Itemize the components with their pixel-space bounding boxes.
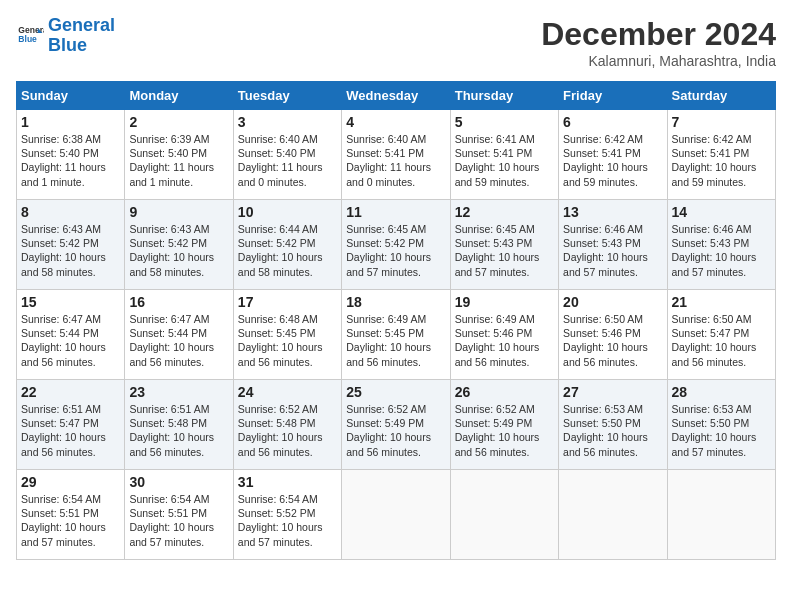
calendar-cell: 20Sunrise: 6:50 AM Sunset: 5:46 PM Dayli… — [559, 290, 667, 380]
calendar-cell — [559, 470, 667, 560]
day-number: 23 — [129, 384, 228, 400]
day-info: Sunrise: 6:45 AM Sunset: 5:42 PM Dayligh… — [346, 222, 445, 279]
calendar-cell: 6Sunrise: 6:42 AM Sunset: 5:41 PM Daylig… — [559, 110, 667, 200]
calendar-dow-sunday: Sunday — [17, 82, 125, 110]
calendar-cell: 9Sunrise: 6:43 AM Sunset: 5:42 PM Daylig… — [125, 200, 233, 290]
day-info: Sunrise: 6:52 AM Sunset: 5:49 PM Dayligh… — [455, 402, 554, 459]
title-block: December 2024 Kalamnuri, Maharashtra, In… — [541, 16, 776, 69]
day-number: 4 — [346, 114, 445, 130]
calendar-cell: 7Sunrise: 6:42 AM Sunset: 5:41 PM Daylig… — [667, 110, 775, 200]
calendar-week-row: 1Sunrise: 6:38 AM Sunset: 5:40 PM Daylig… — [17, 110, 776, 200]
day-info: Sunrise: 6:38 AM Sunset: 5:40 PM Dayligh… — [21, 132, 120, 189]
day-number: 24 — [238, 384, 337, 400]
calendar-cell — [342, 470, 450, 560]
logo-icon: General Blue — [16, 22, 44, 50]
calendar-cell: 25Sunrise: 6:52 AM Sunset: 5:49 PM Dayli… — [342, 380, 450, 470]
day-number: 22 — [21, 384, 120, 400]
calendar-cell: 24Sunrise: 6:52 AM Sunset: 5:48 PM Dayli… — [233, 380, 341, 470]
day-info: Sunrise: 6:48 AM Sunset: 5:45 PM Dayligh… — [238, 312, 337, 369]
day-number: 11 — [346, 204, 445, 220]
day-info: Sunrise: 6:49 AM Sunset: 5:45 PM Dayligh… — [346, 312, 445, 369]
day-info: Sunrise: 6:51 AM Sunset: 5:48 PM Dayligh… — [129, 402, 228, 459]
day-info: Sunrise: 6:50 AM Sunset: 5:47 PM Dayligh… — [672, 312, 771, 369]
day-number: 29 — [21, 474, 120, 490]
calendar-week-row: 29Sunrise: 6:54 AM Sunset: 5:51 PM Dayli… — [17, 470, 776, 560]
day-number: 2 — [129, 114, 228, 130]
day-info: Sunrise: 6:41 AM Sunset: 5:41 PM Dayligh… — [455, 132, 554, 189]
day-info: Sunrise: 6:39 AM Sunset: 5:40 PM Dayligh… — [129, 132, 228, 189]
day-number: 10 — [238, 204, 337, 220]
calendar-cell: 15Sunrise: 6:47 AM Sunset: 5:44 PM Dayli… — [17, 290, 125, 380]
day-number: 27 — [563, 384, 662, 400]
day-number: 9 — [129, 204, 228, 220]
calendar-cell: 4Sunrise: 6:40 AM Sunset: 5:41 PM Daylig… — [342, 110, 450, 200]
calendar-cell — [450, 470, 558, 560]
day-info: Sunrise: 6:47 AM Sunset: 5:44 PM Dayligh… — [129, 312, 228, 369]
day-info: Sunrise: 6:42 AM Sunset: 5:41 PM Dayligh… — [672, 132, 771, 189]
calendar-week-row: 8Sunrise: 6:43 AM Sunset: 5:42 PM Daylig… — [17, 200, 776, 290]
calendar-cell: 31Sunrise: 6:54 AM Sunset: 5:52 PM Dayli… — [233, 470, 341, 560]
calendar-dow-thursday: Thursday — [450, 82, 558, 110]
calendar-dow-wednesday: Wednesday — [342, 82, 450, 110]
day-info: Sunrise: 6:53 AM Sunset: 5:50 PM Dayligh… — [563, 402, 662, 459]
calendar-cell: 13Sunrise: 6:46 AM Sunset: 5:43 PM Dayli… — [559, 200, 667, 290]
day-number: 16 — [129, 294, 228, 310]
day-info: Sunrise: 6:52 AM Sunset: 5:48 PM Dayligh… — [238, 402, 337, 459]
day-number: 5 — [455, 114, 554, 130]
day-number: 21 — [672, 294, 771, 310]
calendar-cell: 30Sunrise: 6:54 AM Sunset: 5:51 PM Dayli… — [125, 470, 233, 560]
day-number: 13 — [563, 204, 662, 220]
day-info: Sunrise: 6:42 AM Sunset: 5:41 PM Dayligh… — [563, 132, 662, 189]
calendar-week-row: 22Sunrise: 6:51 AM Sunset: 5:47 PM Dayli… — [17, 380, 776, 470]
day-number: 12 — [455, 204, 554, 220]
calendar-cell: 11Sunrise: 6:45 AM Sunset: 5:42 PM Dayli… — [342, 200, 450, 290]
page-header: General Blue GeneralBlue December 2024 K… — [16, 16, 776, 69]
svg-text:Blue: Blue — [18, 34, 37, 44]
day-number: 20 — [563, 294, 662, 310]
calendar-cell: 12Sunrise: 6:45 AM Sunset: 5:43 PM Dayli… — [450, 200, 558, 290]
day-info: Sunrise: 6:47 AM Sunset: 5:44 PM Dayligh… — [21, 312, 120, 369]
svg-text:General: General — [18, 25, 44, 35]
calendar-cell: 19Sunrise: 6:49 AM Sunset: 5:46 PM Dayli… — [450, 290, 558, 380]
day-info: Sunrise: 6:54 AM Sunset: 5:51 PM Dayligh… — [21, 492, 120, 549]
day-number: 6 — [563, 114, 662, 130]
day-info: Sunrise: 6:52 AM Sunset: 5:49 PM Dayligh… — [346, 402, 445, 459]
day-info: Sunrise: 6:51 AM Sunset: 5:47 PM Dayligh… — [21, 402, 120, 459]
calendar-table: SundayMondayTuesdayWednesdayThursdayFrid… — [16, 81, 776, 560]
calendar-cell: 16Sunrise: 6:47 AM Sunset: 5:44 PM Dayli… — [125, 290, 233, 380]
day-info: Sunrise: 6:46 AM Sunset: 5:43 PM Dayligh… — [672, 222, 771, 279]
day-number: 15 — [21, 294, 120, 310]
day-number: 31 — [238, 474, 337, 490]
day-info: Sunrise: 6:44 AM Sunset: 5:42 PM Dayligh… — [238, 222, 337, 279]
calendar-dow-tuesday: Tuesday — [233, 82, 341, 110]
day-number: 26 — [455, 384, 554, 400]
day-number: 19 — [455, 294, 554, 310]
day-number: 18 — [346, 294, 445, 310]
calendar-cell: 5Sunrise: 6:41 AM Sunset: 5:41 PM Daylig… — [450, 110, 558, 200]
calendar-cell: 14Sunrise: 6:46 AM Sunset: 5:43 PM Dayli… — [667, 200, 775, 290]
day-info: Sunrise: 6:49 AM Sunset: 5:46 PM Dayligh… — [455, 312, 554, 369]
day-info: Sunrise: 6:54 AM Sunset: 5:52 PM Dayligh… — [238, 492, 337, 549]
day-number: 25 — [346, 384, 445, 400]
day-number: 30 — [129, 474, 228, 490]
calendar-cell: 21Sunrise: 6:50 AM Sunset: 5:47 PM Dayli… — [667, 290, 775, 380]
day-info: Sunrise: 6:46 AM Sunset: 5:43 PM Dayligh… — [563, 222, 662, 279]
calendar-dow-monday: Monday — [125, 82, 233, 110]
calendar-cell: 2Sunrise: 6:39 AM Sunset: 5:40 PM Daylig… — [125, 110, 233, 200]
calendar-cell — [667, 470, 775, 560]
calendar-cell: 28Sunrise: 6:53 AM Sunset: 5:50 PM Dayli… — [667, 380, 775, 470]
calendar-cell: 22Sunrise: 6:51 AM Sunset: 5:47 PM Dayli… — [17, 380, 125, 470]
day-info: Sunrise: 6:53 AM Sunset: 5:50 PM Dayligh… — [672, 402, 771, 459]
calendar-week-row: 15Sunrise: 6:47 AM Sunset: 5:44 PM Dayli… — [17, 290, 776, 380]
day-number: 28 — [672, 384, 771, 400]
day-info: Sunrise: 6:45 AM Sunset: 5:43 PM Dayligh… — [455, 222, 554, 279]
calendar-dow-saturday: Saturday — [667, 82, 775, 110]
calendar-cell: 23Sunrise: 6:51 AM Sunset: 5:48 PM Dayli… — [125, 380, 233, 470]
day-info: Sunrise: 6:54 AM Sunset: 5:51 PM Dayligh… — [129, 492, 228, 549]
day-info: Sunrise: 6:50 AM Sunset: 5:46 PM Dayligh… — [563, 312, 662, 369]
day-info: Sunrise: 6:40 AM Sunset: 5:40 PM Dayligh… — [238, 132, 337, 189]
day-info: Sunrise: 6:40 AM Sunset: 5:41 PM Dayligh… — [346, 132, 445, 189]
calendar-cell: 3Sunrise: 6:40 AM Sunset: 5:40 PM Daylig… — [233, 110, 341, 200]
day-number: 14 — [672, 204, 771, 220]
day-number: 7 — [672, 114, 771, 130]
